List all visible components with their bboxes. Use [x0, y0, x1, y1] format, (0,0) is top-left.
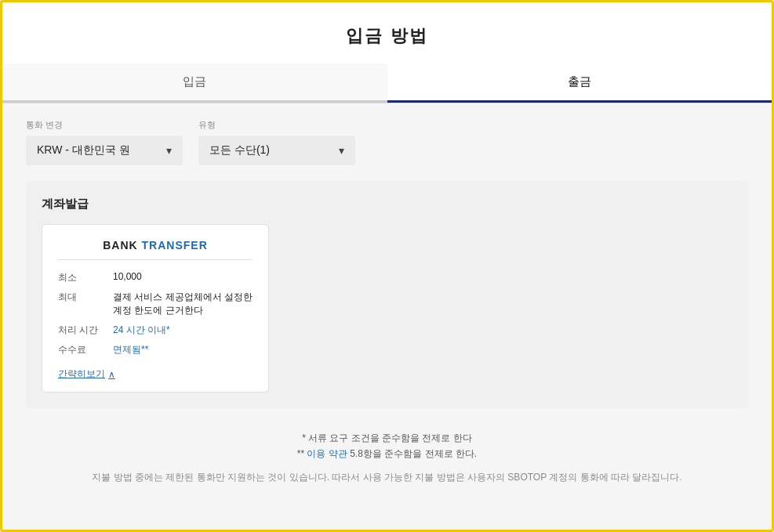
section-panel: 계좌발급 BANK TRANSFER 최소 10,000 최대 결제 서비스 제…: [26, 181, 748, 408]
fee-value: 면제됨**: [113, 343, 253, 356]
min-label: 최소: [58, 271, 113, 284]
min-value: 10,000: [113, 271, 253, 282]
collapse-label: 간략히보기: [58, 367, 105, 381]
tab-deposit[interactable]: 입금: [2, 63, 387, 103]
type-chevron-icon: ▾: [339, 144, 344, 157]
payment-card-header: BANK TRANSFER: [58, 239, 253, 260]
footer-note1: * 서류 요구 조건을 준수함을 전제로 한다: [26, 430, 748, 446]
fee-label: 수수료: [58, 343, 113, 356]
footer-notes: * 서류 요구 조건을 준수함을 전제로 한다 ** 이용 약관 5.8항을 준…: [26, 430, 748, 462]
currency-chevron-icon: ▾: [166, 144, 172, 157]
max-value: 결제 서비스 제공업체에서 설정한 계정 한도에 근거한다: [113, 291, 253, 317]
payment-info-table: 최소 10,000 최대 결제 서비스 제공업체에서 설정한 계정 한도에 근거…: [58, 271, 253, 356]
tabs-container: 입금 출금: [2, 63, 772, 103]
footer-note2: ** 이용 약관 5.8항을 준수함을 전제로 한다.: [26, 446, 748, 461]
filters-row: 통화 변경 KRW - 대한민국 원 ▾ 유형 모든 수단(1) ▾: [26, 119, 748, 165]
transfer-label: TRANSFER: [142, 239, 208, 252]
currency-select[interactable]: KRW - 대한민국 원 ▾: [26, 136, 183, 165]
payment-card: BANK TRANSFER 최소 10,000 최대 결제 서비스 제공업체에서…: [42, 224, 269, 393]
type-filter-group: 유형 모든 수단(1) ▾: [198, 119, 355, 165]
terms-link[interactable]: 이용 약관: [307, 448, 347, 459]
currency-label: 통화 변경: [26, 119, 183, 131]
currency-value: KRW - 대한민국 원: [37, 143, 158, 157]
collapse-icon: ∧: [108, 369, 115, 380]
type-label: 유형: [198, 119, 355, 131]
type-value: 모든 수단(1): [209, 143, 331, 157]
max-row: 최대 결제 서비스 제공업체에서 설정한 계정 한도에 근거한다: [58, 291, 253, 317]
processing-label: 처리 시간: [58, 324, 113, 337]
fee-row: 수수료 면제됨**: [58, 343, 253, 356]
content-area: 통화 변경 KRW - 대한민국 원 ▾ 유형 모든 수단(1) ▾ 계좌발급 …: [2, 103, 772, 530]
footer-disclaimer: 지불 방법 중에는 제한된 통화만 지원하는 것이 있습니다. 따라서 사용 가…: [26, 470, 748, 485]
currency-filter-group: 통화 변경 KRW - 대한민국 원 ▾: [26, 119, 183, 165]
bank-label: BANK: [103, 239, 137, 252]
min-row: 최소 10,000: [58, 271, 253, 284]
processing-row: 처리 시간 24 시간 이내*: [58, 324, 253, 337]
section-title: 계좌발급: [42, 197, 732, 212]
collapse-link[interactable]: 간략히보기 ∧: [58, 367, 115, 381]
main-window: 입금 방법 입금 출금 통화 변경 KRW - 대한민국 원 ▾ 유형 모든 수…: [0, 0, 774, 532]
max-label: 최대: [58, 291, 113, 304]
processing-value: 24 시간 이내*: [113, 324, 253, 337]
tab-withdrawal[interactable]: 출금: [387, 63, 772, 103]
page-title: 입금 방법: [2, 2, 772, 63]
type-select[interactable]: 모든 수단(1) ▾: [198, 136, 355, 165]
